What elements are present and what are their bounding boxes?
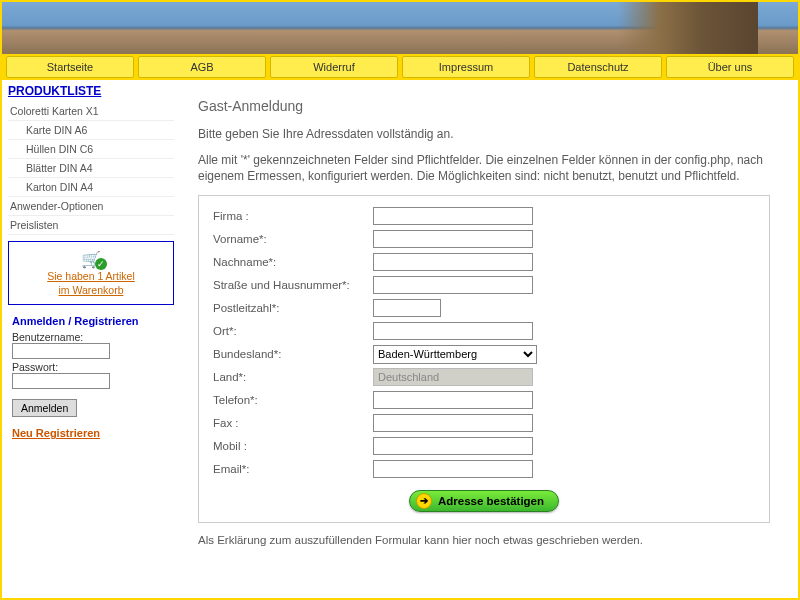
- cart-box: ✓ Sie haben 1 Artikel im Warenkorb: [8, 241, 174, 305]
- intro-text-1: Bitte geben Sie Ihre Adressdaten vollstä…: [198, 126, 770, 142]
- cart-icon: ✓: [79, 250, 103, 268]
- username-label: Benutzername:: [12, 331, 170, 343]
- strasse-input[interactable]: [373, 276, 533, 294]
- arrow-right-icon: ➔: [416, 493, 432, 509]
- login-title: Anmelden / Registrieren: [12, 315, 170, 327]
- cat-preislisten[interactable]: Preislisten: [8, 216, 174, 235]
- sidebar: PRODUKTLISTE Coloretti Karten X1 Karte D…: [2, 80, 180, 598]
- telefon-label: Telefon*:: [213, 394, 373, 406]
- hero-banner: [2, 2, 798, 54]
- address-form: Firma : Vorname*: Nachname*: Straße und …: [198, 195, 770, 523]
- telefon-input[interactable]: [373, 391, 533, 409]
- nav-widerruf[interactable]: Widerruf: [270, 56, 398, 78]
- form-footnote: Als Erklärung zum auszufüllenden Formula…: [198, 533, 770, 549]
- nav-datenschutz[interactable]: Datenschutz: [534, 56, 662, 78]
- check-icon: ✓: [95, 258, 107, 270]
- mobil-label: Mobil :: [213, 440, 373, 452]
- cat-anwender-optionen[interactable]: Anwender-Optionen: [8, 197, 174, 216]
- page-heading: Gast-Anmeldung: [198, 98, 770, 114]
- cat-karte-a6[interactable]: Karte DIN A6: [8, 121, 174, 140]
- vorname-label: Vorname*:: [213, 233, 373, 245]
- email-label: Email*:: [213, 463, 373, 475]
- plz-label: Postleitzahl*:: [213, 302, 373, 314]
- cat-huellen-c6[interactable]: Hüllen DIN C6: [8, 140, 174, 159]
- email-input[interactable]: [373, 460, 533, 478]
- nachname-input[interactable]: [373, 253, 533, 271]
- land-label: Land*:: [213, 371, 373, 383]
- cat-blaetter-a4[interactable]: Blätter DIN A4: [8, 159, 174, 178]
- password-label: Passwort:: [12, 361, 170, 373]
- ort-input[interactable]: [373, 322, 533, 340]
- strasse-label: Straße und Hausnummer*:: [213, 279, 373, 291]
- bundesland-label: Bundesland*:: [213, 348, 373, 360]
- nav-impressum[interactable]: Impressum: [402, 56, 530, 78]
- confirm-address-button[interactable]: ➔Adresse bestätigen: [409, 490, 559, 512]
- main-content: Gast-Anmeldung Bitte geben Sie Ihre Adre…: [180, 80, 798, 598]
- cat-karton-a4[interactable]: Karton DIN A4: [8, 178, 174, 197]
- cart-link-line1[interactable]: Sie haben 1 Artikel: [13, 270, 169, 282]
- confirm-label: Adresse bestätigen: [438, 495, 544, 507]
- register-link[interactable]: Neu Registrieren: [12, 427, 170, 439]
- category-list: Coloretti Karten X1 Karte DIN A6 Hüllen …: [8, 102, 174, 235]
- nachname-label: Nachname*:: [213, 256, 373, 268]
- login-box: Anmelden / Registrieren Benutzername: Pa…: [8, 311, 174, 443]
- intro-text-2: Alle mit '*' gekennzeichneten Felder sin…: [198, 152, 770, 184]
- nav-ueber-uns[interactable]: Über uns: [666, 56, 794, 78]
- product-list-title[interactable]: PRODUKTLISTE: [8, 84, 174, 98]
- username-input[interactable]: [12, 343, 110, 359]
- land-readonly: Deutschland: [373, 368, 533, 386]
- ort-label: Ort*:: [213, 325, 373, 337]
- fax-label: Fax :: [213, 417, 373, 429]
- main-nav: Startseite AGB Widerruf Impressum Datens…: [2, 54, 798, 80]
- vorname-input[interactable]: [373, 230, 533, 248]
- login-button[interactable]: Anmelden: [12, 399, 77, 417]
- bundesland-select[interactable]: Baden-Württemberg: [373, 345, 537, 364]
- firma-label: Firma :: [213, 210, 373, 222]
- cat-coloretti[interactable]: Coloretti Karten X1: [8, 102, 174, 121]
- cart-link-line2[interactable]: im Warenkorb: [13, 284, 169, 296]
- firma-input[interactable]: [373, 207, 533, 225]
- nav-agb[interactable]: AGB: [138, 56, 266, 78]
- plz-input[interactable]: [373, 299, 441, 317]
- fax-input[interactable]: [373, 414, 533, 432]
- mobil-input[interactable]: [373, 437, 533, 455]
- password-input[interactable]: [12, 373, 110, 389]
- nav-startseite[interactable]: Startseite: [6, 56, 134, 78]
